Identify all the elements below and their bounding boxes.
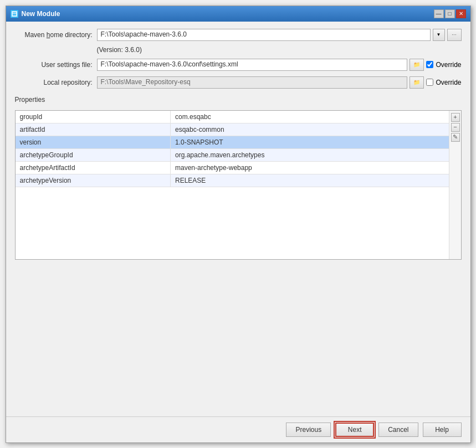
local-repo-input-group: F:\Tools\Mave_Repository-esq 📁 Override	[97, 76, 462, 89]
content-spacer	[15, 264, 462, 410]
user-settings-browse-button[interactable]: 📁	[410, 59, 424, 71]
next-button[interactable]: Next	[335, 423, 374, 437]
property-value: com.esqabc	[171, 111, 449, 123]
property-value: 1.0-SNAPSHOT	[171, 136, 449, 148]
close-button[interactable]: ✕	[456, 9, 466, 18]
user-settings-input-group: F:\Tools\apache-maven-3.6.0\conf\setting…	[97, 59, 462, 71]
svg-rect-0	[12, 12, 17, 16]
table-row[interactable]: artifactIdesqabc-common	[16, 123, 449, 136]
user-settings-override-label: Override	[436, 61, 461, 69]
maven-home-row: Maven home directory: F:\Tools\apache-ma…	[15, 28, 462, 42]
table-row[interactable]: archetypeArtifactIdmaven-archetype-webap…	[16, 161, 449, 174]
maven-home-browse-button[interactable]: ···	[447, 29, 462, 41]
property-value: maven-archetype-webapp	[171, 161, 449, 174]
dialog-icon	[11, 10, 18, 18]
title-bar-controls: — □ ✕	[434, 9, 466, 18]
property-value: org.apache.maven.archetypes	[171, 148, 449, 161]
local-repo-label: Local repository:	[15, 79, 93, 86]
properties-table: groupIdcom.esqabcartifactIdesqabc-common…	[16, 111, 449, 187]
properties-table-wrapper[interactable]: groupIdcom.esqabcartifactIdesqabc-common…	[16, 111, 449, 259]
user-settings-override-group: Override	[426, 61, 461, 69]
maximize-button[interactable]: □	[445, 9, 455, 18]
dialog-footer: Previous Next Cancel Help	[6, 416, 470, 442]
maven-home-input[interactable]: F:\Tools\apache-maven-3.6.0	[97, 29, 431, 41]
local-repo-override-label: Override	[436, 79, 461, 86]
property-key: version	[16, 136, 171, 148]
property-value: esqabc-common	[171, 123, 449, 136]
maven-home-dropdown-button[interactable]: ▼	[433, 29, 445, 41]
dialog-content: Maven home directory: F:\Tools\apache-ma…	[6, 22, 470, 416]
property-key: archetypeGroupId	[16, 148, 171, 161]
local-repo-override-group: Override	[426, 79, 461, 86]
local-repo-input: F:\Tools\Mave_Repository-esq	[97, 76, 408, 89]
add-property-button[interactable]: +	[451, 113, 460, 122]
property-key: artifactId	[16, 123, 171, 136]
property-value: RELEASE	[171, 174, 449, 187]
maven-home-input-group: F:\Tools\apache-maven-3.6.0 ▼ ···	[97, 29, 462, 41]
table-row[interactable]: archetypeGroupIdorg.apache.maven.archety…	[16, 148, 449, 161]
new-module-dialog: New Module — □ ✕ Maven home directory: F…	[6, 6, 471, 443]
minimize-button[interactable]: —	[434, 9, 444, 18]
help-button[interactable]: Help	[423, 423, 462, 437]
user-settings-label: User settings file:	[15, 61, 93, 69]
cancel-button[interactable]: Cancel	[378, 423, 418, 437]
remove-property-button[interactable]: −	[451, 123, 460, 132]
properties-section: Properties	[15, 96, 462, 106]
previous-button[interactable]: Previous	[286, 423, 331, 437]
window-title: New Module	[22, 10, 60, 18]
property-key: groupId	[16, 111, 171, 123]
local-repo-override-checkbox[interactable]	[426, 79, 433, 86]
properties-label: Properties	[15, 96, 462, 104]
maven-version-info: (Version: 3.6.0)	[97, 46, 462, 54]
properties-actions: + − ✎	[449, 111, 461, 259]
title-bar-left: New Module	[11, 10, 60, 18]
property-key: archetypeArtifactId	[16, 161, 171, 174]
table-row[interactable]: version1.0-SNAPSHOT	[16, 136, 449, 148]
property-key: archetypeVersion	[16, 174, 171, 187]
title-bar: New Module — □ ✕	[6, 6, 470, 22]
local-repo-browse-button[interactable]: 📁	[410, 76, 424, 89]
user-settings-override-checkbox[interactable]	[426, 61, 433, 68]
local-repo-row: Local repository: F:\Tools\Mave_Reposito…	[15, 76, 462, 89]
edit-property-button[interactable]: ✎	[451, 133, 460, 142]
table-row[interactable]: archetypeVersionRELEASE	[16, 174, 449, 187]
user-settings-row: User settings file: F:\Tools\apache-mave…	[15, 58, 462, 71]
maven-home-label: Maven home directory:	[15, 31, 93, 39]
properties-wrapper: groupIdcom.esqabcartifactIdesqabc-common…	[15, 110, 462, 260]
table-row[interactable]: groupIdcom.esqabc	[16, 111, 449, 123]
user-settings-input[interactable]: F:\Tools\apache-maven-3.6.0\conf\setting…	[97, 59, 408, 71]
